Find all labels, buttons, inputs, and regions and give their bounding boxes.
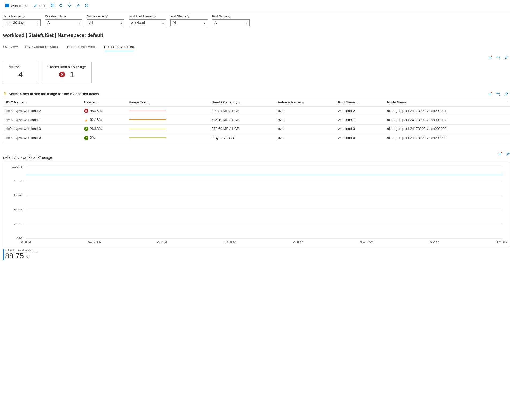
svg-point-8 xyxy=(491,92,492,93)
log-analytics-icon[interactable] xyxy=(498,152,502,157)
cell-volume-name: pvc xyxy=(275,124,335,133)
card-label: All PVs xyxy=(9,65,32,69)
feedback-button[interactable] xyxy=(83,2,90,9)
cell-pod-name: workload-3 xyxy=(335,124,384,133)
warning-icon: ▲ xyxy=(84,118,88,122)
col-usage-trend[interactable]: Usage Trend xyxy=(126,98,209,106)
col-node-name[interactable]: Node Name↑↓ xyxy=(384,98,510,106)
sort-icon[interactable]: ↑↓ xyxy=(96,101,97,104)
pin-icon[interactable] xyxy=(506,152,510,157)
col-pod-name[interactable]: Pod Name↑↓ xyxy=(335,98,384,106)
bell-icon xyxy=(67,3,71,8)
save-icon xyxy=(50,3,54,8)
log-analytics-icon[interactable] xyxy=(488,91,493,96)
cell-used-capacity: 908.81 MB / 1 GB xyxy=(209,106,275,115)
svg-text:6 PM: 6 PM xyxy=(21,241,31,244)
svg-text:6 AM: 6 AM xyxy=(157,241,167,244)
pencil-icon xyxy=(33,3,38,8)
info-icon[interactable]: i xyxy=(153,15,156,18)
pin-icon[interactable] xyxy=(504,91,509,96)
cell-pod-name: workload-0 xyxy=(335,133,384,142)
table-header-row: PVC Name↑↓ Usage↑↓ Usage Trend Used / Ca… xyxy=(3,98,510,106)
filter-label: Workload Type xyxy=(45,14,82,18)
summary-cards: All PVs 4 Greater than 80% Usage ✕ 1 xyxy=(3,62,510,83)
cell-used-capacity: 272.69 MB / 1 GB xyxy=(209,124,275,133)
svg-text:6 AM: 6 AM xyxy=(429,241,439,244)
edit-button[interactable]: Edit xyxy=(31,2,47,9)
workload-name-select[interactable]: workload⌄ xyxy=(129,19,166,26)
pin-icon[interactable] xyxy=(504,55,509,60)
pod-status-select[interactable]: All⌄ xyxy=(170,19,208,26)
svg-text:100%: 100% xyxy=(12,165,22,168)
undo-icon[interactable] xyxy=(496,91,501,96)
cell-usage-trend xyxy=(126,133,209,142)
table-row[interactable]: default/pvc-workload-1▲62.13%636.19 MB /… xyxy=(3,115,510,125)
svg-rect-2 xyxy=(490,57,490,59)
chevron-down-icon: ⌄ xyxy=(120,21,122,24)
cell-used-capacity: 636.19 MB / 1 GB xyxy=(209,115,275,125)
time-range-select[interactable]: Last 30 days⌄ xyxy=(3,19,41,26)
pin-button[interactable] xyxy=(74,2,82,9)
alert-button[interactable] xyxy=(66,2,73,9)
info-icon[interactable]: i xyxy=(228,15,231,18)
namespace-select[interactable]: All⌄ xyxy=(87,19,124,26)
table-row[interactable]: default/pvc-workload-3✓26.63%272.69 MB /… xyxy=(3,124,510,133)
log-analytics-icon[interactable] xyxy=(488,55,493,60)
col-volume-name[interactable]: Volume Name↑↓ xyxy=(275,98,335,106)
pod-name-select[interactable]: All⌄ xyxy=(212,19,250,26)
chart-title: default/pvc-workload-2 usage xyxy=(3,155,52,160)
svg-rect-1 xyxy=(489,58,489,59)
cell-node-name: aks-agentpool-24178999-vmss000000 xyxy=(384,124,510,133)
col-usage[interactable]: Usage↑↓ xyxy=(81,98,126,106)
refresh-button[interactable] xyxy=(57,2,65,9)
info-icon[interactable]: i xyxy=(22,15,25,18)
svg-point-0 xyxy=(85,4,88,7)
col-pvc-name[interactable]: PVC Name↑↓ xyxy=(3,98,81,106)
filter-namespace: Namespacei All⌄ xyxy=(87,14,124,26)
workload-type-select[interactable]: All⌄ xyxy=(45,19,82,26)
filter-label: Time Rangei xyxy=(3,14,41,18)
sort-icon[interactable]: ↑↓ xyxy=(239,101,240,104)
cell-pvc-name: default/pvc-workload-1 xyxy=(3,115,81,125)
table-row[interactable]: default/pvc-workload-2✕88.75%908.81 MB /… xyxy=(3,106,510,115)
svg-text:80%: 80% xyxy=(14,179,22,182)
table-action-row xyxy=(488,91,510,96)
card-all-pvs[interactable]: All PVs 4 xyxy=(3,62,38,83)
sort-icon[interactable]: ↑↓ xyxy=(302,101,304,104)
info-icon[interactable]: i xyxy=(187,15,190,18)
col-used-capacity[interactable]: Used / Capacity↑↓ xyxy=(209,98,275,106)
svg-text:6 PM: 6 PM xyxy=(293,241,303,244)
refresh-icon xyxy=(59,3,63,8)
ok-icon: ✓ xyxy=(84,136,88,140)
svg-rect-6 xyxy=(490,93,490,95)
cell-usage-trend xyxy=(126,115,209,125)
svg-text:12 PM: 12 PM xyxy=(496,241,507,244)
chevron-down-icon: ⌄ xyxy=(162,21,164,24)
save-button[interactable] xyxy=(48,2,56,9)
chart-action-row xyxy=(498,152,510,157)
tab-persistent-volumes[interactable]: Persistent Volumes xyxy=(104,43,134,51)
chart-plot-area[interactable]: 0%20%40%60%80%100% 6 PMSep 296 AM12 PM6 … xyxy=(6,165,507,245)
info-icon[interactable]: i xyxy=(105,15,108,18)
undo-icon[interactable] xyxy=(496,55,501,60)
cell-volume-name: pvc xyxy=(275,106,335,115)
sort-icon[interactable]: ↑↓ xyxy=(505,100,507,103)
tab-pod-container-status[interactable]: POD/Container Status xyxy=(25,43,60,51)
cell-used-capacity: 0 Bytes / 1 GB xyxy=(209,133,275,142)
cell-usage-trend xyxy=(126,124,209,133)
tab-overview[interactable]: Overview xyxy=(3,43,18,51)
card-greater-than-80[interactable]: Greater than 80% Usage ✕ 1 xyxy=(42,62,92,83)
sort-icon[interactable]: ↑↓ xyxy=(356,101,358,104)
workbooks-button[interactable]: Workbooks xyxy=(3,3,30,9)
error-icon: ✕ xyxy=(84,109,88,113)
svg-text:40%: 40% xyxy=(14,208,22,211)
cell-node-name: aks-agentpool-24178999-vmss000000 xyxy=(384,133,510,142)
svg-text:0%: 0% xyxy=(16,237,22,240)
cell-pod-name: workload-1 xyxy=(335,115,384,125)
sort-icon[interactable]: ↑↓ xyxy=(25,101,27,104)
table-row[interactable]: default/pvc-workload-0✓0%0 Bytes / 1 GBp… xyxy=(3,133,510,142)
svg-text:12 PM: 12 PM xyxy=(224,241,237,244)
tab-kubernetes-events[interactable]: Kubernetes Events xyxy=(67,43,97,51)
workbooks-icon xyxy=(5,4,9,8)
smiley-icon xyxy=(84,3,89,8)
